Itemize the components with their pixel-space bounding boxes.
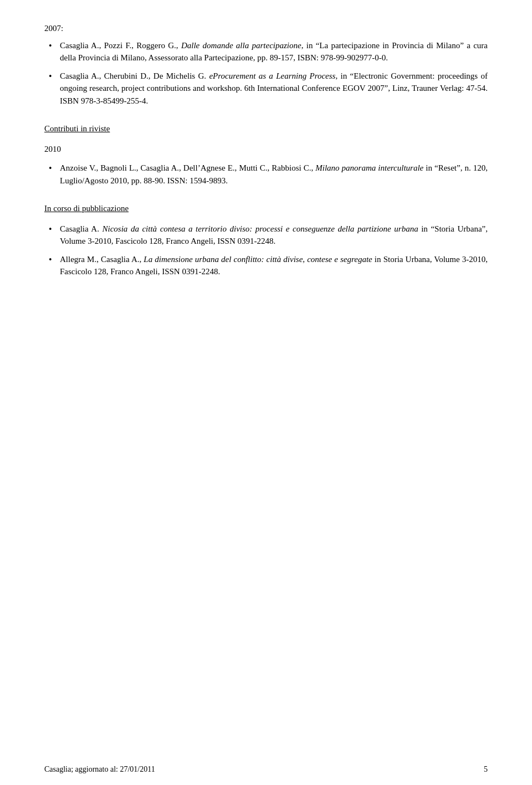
entry-casaglia-nicosia-text: Casaglia A. Nicosia da città contesa a t… <box>60 224 488 246</box>
entry-casaglia-nicosia: Casaglia A. Nicosia da città contesa a t… <box>44 223 488 248</box>
entry-casaglia-cherubini-2007-italic: eProcurement as a Learning Process <box>209 71 335 80</box>
entry-anzoise-2010: Anzoise V., Bagnoli L., Casaglia A., Del… <box>44 162 488 187</box>
entries-2007-list: Casaglia A., Pozzi F., Roggero G., Dalle… <box>44 39 488 107</box>
entries-2010-list: Anzoise V., Bagnoli L., Casaglia A., Del… <box>44 162 488 187</box>
entry-casaglia-2007-text: Casaglia A., Pozzi F., Roggero G., Dalle… <box>60 41 488 63</box>
footer-left: Casaglia; aggiornato al: 27/01/2011 <box>44 765 155 774</box>
entry-casaglia-2007-italic: Dalle domande alla partecipazione <box>181 41 301 50</box>
in-corso-heading: In corso di pubblicazione <box>44 202 488 215</box>
year-2007-label: 2007: <box>44 22 488 35</box>
year-2010-section: 2010 Anzoise V., Bagnoli L., Casaglia A.… <box>44 143 488 187</box>
entry-allegra-casaglia-italic: La dimensione urbana del conflitto: citt… <box>144 255 372 264</box>
entry-casaglia-cherubini-2007: Casaglia A., Cherubini D., De Michelis G… <box>44 70 488 107</box>
entry-anzoise-2010-italic: Milano panorama interculturale <box>315 163 423 172</box>
entry-allegra-casaglia-text: Allegra M., Casaglia A., La dimensione u… <box>60 255 488 276</box>
in-corso-section: In corso di pubblicazione <box>44 202 488 215</box>
entry-anzoise-2010-text: Anzoise V., Bagnoli L., Casaglia A., Del… <box>60 163 488 185</box>
entry-casaglia-cherubini-2007-text: Casaglia A., Cherubini D., De Michelis G… <box>60 71 488 105</box>
entry-casaglia-nicosia-italic: Nicosia da città contesa a territorio di… <box>103 224 418 233</box>
year-2007-section: 2007: Casaglia A., Pozzi F., Roggero G.,… <box>44 22 488 107</box>
contributi-section: Contributi in riviste <box>44 122 488 135</box>
year-2010-label: 2010 <box>44 143 488 156</box>
entry-allegra-casaglia: Allegra M., Casaglia A., La dimensione u… <box>44 253 488 278</box>
page: 2007: Casaglia A., Pozzi F., Roggero G.,… <box>0 0 532 785</box>
contributi-heading: Contributi in riviste <box>44 122 488 135</box>
in-corso-list: Casaglia A. Nicosia da città contesa a t… <box>44 223 488 278</box>
entry-casaglia-2007: Casaglia A., Pozzi F., Roggero G., Dalle… <box>44 39 488 64</box>
footer-right: 5 <box>484 765 488 774</box>
footer: Casaglia; aggiornato al: 27/01/2011 5 <box>0 765 532 774</box>
